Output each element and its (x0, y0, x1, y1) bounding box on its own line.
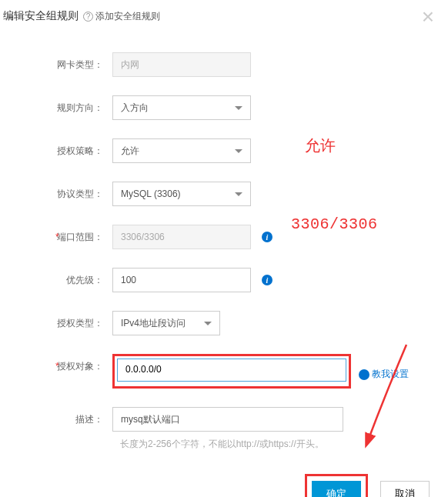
row-priority: 优先级： i (31, 268, 425, 292)
select-direction[interactable]: 入方向 (112, 95, 251, 120)
teach-me-text: 教我设置 (372, 368, 409, 381)
description-hint: 长度为2-256个字符，不能以http://或https://开头。 (120, 438, 324, 451)
info-icon[interactable]: i (262, 232, 272, 242)
label-nic-type: 网卡类型： (31, 52, 112, 77)
ok-button[interactable]: 确定 (312, 481, 361, 497)
select-policy[interactable]: 允许 (112, 138, 251, 163)
teach-me-link[interactable]: i 教我设置 (359, 368, 409, 381)
label-auth-object: 授权对象： (31, 354, 112, 379)
select-value: IPv4地址段访问 (121, 317, 186, 330)
row-auth-object: 授权对象： i 教我设置 (31, 354, 425, 389)
close-icon[interactable]: × (422, 6, 434, 28)
chevron-down-icon (235, 106, 242, 110)
row-policy: 授权策略： 允许 (31, 138, 425, 163)
select-value: MySQL (3306) (121, 188, 181, 199)
select-protocol[interactable]: MySQL (3306) (112, 182, 251, 206)
select-value: 入方向 (121, 102, 149, 115)
select-nic-type: 内网 (112, 52, 251, 77)
chevron-down-icon (204, 322, 212, 325)
row-port: 端口范围： i (31, 225, 425, 249)
label-policy: 授权策略： (31, 138, 112, 163)
dialog-footer: 确定 取消 (0, 455, 448, 497)
help-icon: ? (83, 12, 93, 22)
label-description: 描述： (31, 407, 112, 432)
info-icon[interactable]: i (262, 275, 272, 285)
label-priority: 优先级： (31, 268, 112, 292)
dialog: 编辑安全组规则 ? 添加安全组规则 × 网卡类型： 内网 规则方向： 入方向 (0, 0, 448, 497)
dialog-title: 编辑安全组规则 (3, 9, 79, 23)
label-protocol: 协议类型： (31, 182, 112, 206)
label-direction: 规则方向： (31, 95, 112, 120)
priority-input[interactable] (112, 268, 251, 292)
chevron-down-icon (235, 149, 242, 153)
label-auth-type: 授权类型： (31, 311, 112, 335)
row-description: 描述： 长度为2-256个字符，不能以http://或https://开头。 (31, 407, 425, 451)
dialog-header: 编辑安全组规则 ? 添加安全组规则 × (0, 0, 448, 31)
select-value: 允许 (121, 145, 139, 158)
ok-highlight: 确定 (305, 474, 368, 497)
subtitle: 添加安全组规则 (95, 10, 160, 23)
description-input[interactable] (112, 407, 343, 432)
form: 网卡类型： 内网 规则方向： 入方向 授权策略： 允许 (0, 31, 448, 455)
select-auth-type[interactable]: IPv4地址段访问 (112, 311, 220, 335)
chevron-down-icon (235, 192, 242, 196)
auth-object-highlight (112, 354, 351, 389)
row-protocol: 协议类型： MySQL (3306) (31, 182, 425, 206)
row-direction: 规则方向： 入方向 (31, 95, 425, 120)
info-icon: i (359, 369, 369, 380)
port-input (112, 225, 251, 249)
row-nic-type: 网卡类型： 内网 (31, 52, 425, 77)
subtitle-wrap[interactable]: ? 添加安全组规则 (83, 10, 160, 23)
select-value: 内网 (121, 58, 139, 72)
cancel-button[interactable]: 取消 (380, 481, 430, 497)
auth-object-input[interactable] (117, 359, 346, 382)
row-auth-type: 授权类型： IPv4地址段访问 (31, 311, 425, 335)
label-port: 端口范围： (31, 225, 112, 249)
